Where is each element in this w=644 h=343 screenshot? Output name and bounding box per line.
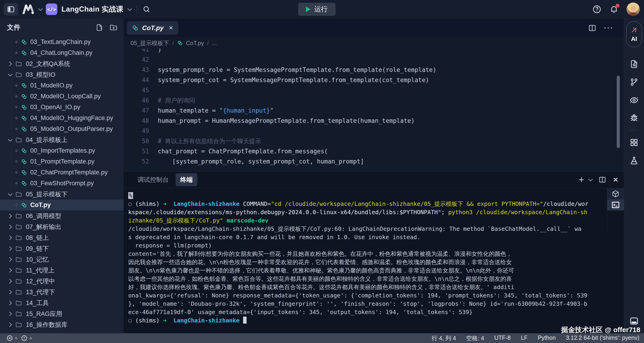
tree-item-label: 15_RAG应用	[26, 310, 62, 318]
tree-folder-12_代理中[interactable]: 12_代理中	[0, 276, 124, 286]
split-terminal-button[interactable]	[599, 176, 606, 183]
avatar[interactable]	[626, 3, 640, 16]
tree-folder-15_RAG应用[interactable]: 15_RAG应用	[0, 308, 124, 319]
code-line-45[interactable]: 45	[124, 85, 624, 95]
tree-file-01_ModelIO.py[interactable]: 01_ModelIO.py	[0, 80, 124, 91]
code-line-51[interactable]: 51chat_prompt = ChatPromptTemplate.from_…	[124, 146, 624, 156]
code-line-50[interactable]: 50# 将以上所有信息结合为一个聊天提示	[124, 136, 624, 146]
code-line-48[interactable]: 48human_prompt = HumanMessagePromptTempl…	[124, 116, 624, 126]
status-encoding[interactable]: UTF-8	[494, 334, 511, 342]
code-line-41[interactable]: 41)	[124, 49, 624, 55]
tree-folder-11_代理上[interactable]: 11_代理上	[0, 265, 124, 276]
code-line-44[interactable]: 44system_prompt_cot = SystemMessagePromp…	[124, 75, 624, 85]
tree-file-01_PromptTemplate.py[interactable]: 01_PromptTemplate.py	[0, 156, 124, 167]
tree-folder-14_工具[interactable]: 14_工具	[0, 297, 124, 308]
code-line-43[interactable]: 43system_prompt_role = SystemMessageProm…	[124, 65, 624, 75]
grid-icon	[630, 138, 639, 147]
tree-folder-10_记忆[interactable]: 10_记忆	[0, 254, 124, 265]
tree-folder-05_提示模板下[interactable]: 05_提示模板下	[0, 189, 124, 200]
chevron-down-icon[interactable]	[128, 7, 132, 11]
tree-folder-07_解析输出[interactable]: 07_解析输出	[0, 221, 124, 232]
eye-button[interactable]	[629, 91, 639, 109]
new-terminal-button[interactable]	[578, 176, 585, 183]
tree-file-02_ChatPromptTemplate.py[interactable]: 02_ChatPromptTemplate.py	[0, 167, 124, 178]
status-indentation[interactable]: 空格: 4	[466, 334, 484, 342]
tree-folder-16_操作数据库[interactable]: 16_操作数据库	[0, 319, 124, 330]
tree-file-05_ModelIO_OutputParser.py[interactable]: 05_ModelIO_OutputParser.py	[0, 124, 124, 134]
tree-folder-09_链下[interactable]: 09_链下	[0, 243, 124, 254]
breadcrumb: 05_提示模板下 / CoT.py / ...	[124, 38, 631, 49]
terminal-icon	[612, 201, 620, 209]
tree-folder-02_文档QA系统[interactable]: 02_文档QA系统	[0, 58, 124, 69]
run-button[interactable]: 运行	[298, 3, 336, 16]
tree-file-00_ImportTemplates.py[interactable]: 00_ImportTemplates.py	[0, 145, 124, 156]
tree-file-CoT.py[interactable]: CoT.py	[0, 200, 124, 210]
vertical-scrollbar[interactable]	[617, 76, 620, 148]
code-editor[interactable]: 41)4243system_prompt_role = SystemMessag…	[124, 49, 624, 190]
tree-file-03_TextLangChain.py[interactable]: 03_TextLangChain.py	[0, 37, 124, 48]
tree-file-03_OpenAI_IO.py[interactable]: 03_OpenAI_IO.py	[0, 102, 124, 113]
chevron-down-icon[interactable]	[38, 7, 43, 11]
grid-button[interactable]	[629, 133, 639, 152]
search-button[interactable]	[142, 5, 151, 14]
close-icon[interactable]: ✕	[169, 25, 173, 31]
terminal-line-16: ○ (shims) ➜ LangChain-shizhanke	[128, 316, 624, 325]
panel-tab-调试控制台[interactable]: 调试控制台	[133, 173, 173, 186]
tree-folder-13_代理下[interactable]: 13_代理下	[0, 286, 124, 297]
tree-folder-08_链上[interactable]: 08_链上	[0, 232, 124, 243]
tree-file-04_ChatLongChain.py[interactable]: 04_ChatLongChain.py	[0, 48, 124, 58]
breadcrumb-file[interactable]: CoT.py	[186, 40, 204, 47]
folder-icon	[15, 71, 22, 78]
file-status-dot	[15, 84, 18, 87]
help-button[interactable]	[592, 5, 602, 14]
code-line-52[interactable]: 52 [system_prompt_role, system_prompt_co…	[124, 156, 624, 167]
tree-item-label: 05_提示模板下	[26, 190, 68, 198]
new-file-button[interactable]	[96, 23, 103, 32]
code-line-47[interactable]: 47human_template = "{human_input}"	[124, 106, 624, 116]
indent-guide	[11, 37, 11, 48]
new-folder-button[interactable]	[109, 23, 118, 32]
status-eol[interactable]: LF	[521, 334, 528, 342]
folder-icon	[15, 299, 22, 306]
problems-button[interactable]: 0 0	[6, 335, 32, 341]
tree-folder-04_提示模板上[interactable]: 04_提示模板上	[0, 134, 124, 145]
tree-item-label: 02_ChatPromptTemplate.py	[30, 169, 108, 176]
project-title[interactable]: LangChain 实战课	[62, 5, 124, 14]
breadcrumb-more[interactable]: ...	[212, 40, 217, 47]
more-actions-button[interactable]: ···	[604, 24, 614, 32]
close-panel-button[interactable]: ✕	[613, 176, 618, 184]
flask-button[interactable]	[629, 152, 639, 170]
tree-folder-06_调用模型[interactable]: 06_调用模型	[0, 210, 124, 221]
code-line-49[interactable]: 49	[124, 126, 624, 136]
terminal-session[interactable]	[607, 199, 624, 210]
tree-file-03_FewShotPrompt.py[interactable]: 03_FewShotPrompt.py	[0, 178, 124, 189]
file-search-button[interactable]	[629, 55, 639, 73]
marscode-logo[interactable]	[22, 5, 34, 14]
sidebar-toggle-button[interactable]	[4, 3, 18, 16]
git-branch-button[interactable]	[629, 73, 639, 91]
ai-assistant-button[interactable]: AI	[626, 21, 642, 47]
folder-icon	[15, 289, 22, 295]
tree-file-02_ModelIO_LoopCall.py[interactable]: 02_ModelIO_LoopCall.py	[0, 91, 124, 102]
tree-item-label: 16_操作数据库	[26, 320, 68, 329]
status-language-mode[interactable]: Python	[538, 334, 556, 342]
chevron-down-icon[interactable]	[588, 177, 593, 182]
tree-item-label: 09_链下	[26, 244, 49, 253]
bug-button[interactable]	[629, 109, 639, 127]
status-python-interpreter[interactable]: 3.12.2 64-bit ('shims': pyenv)	[566, 334, 640, 342]
status-cursor-position[interactable]: 行 4, 列 4	[432, 334, 456, 342]
explorer-title: 文件	[7, 23, 96, 32]
terminal-line-9: 因此我会推荐一些适合她的花。\n\n粉色玫瑰是一种非常受欢迎的花卉，它们代表着爱…	[128, 258, 624, 266]
split-editor-button[interactable]	[588, 24, 596, 32]
code-text: chat_prompt = ChatPromptTemplate.from_me…	[149, 146, 328, 156]
notifications-button[interactable]	[609, 5, 618, 14]
breadcrumb-folder[interactable]: 05_提示模板下	[130, 39, 169, 47]
code-line-46[interactable]: 46# 用户的询问	[124, 95, 624, 106]
tab-cot-py[interactable]: CoT.py ✕	[127, 21, 178, 35]
terminal-output[interactable]: %○ (shims) ➜ LangChain-shizhanke COMMAND…	[124, 188, 624, 325]
dev-environment-session[interactable]	[607, 188, 624, 199]
code-line-42[interactable]: 42	[124, 55, 624, 65]
panel-tab-终端[interactable]: 终端	[176, 173, 197, 186]
tree-file-04_ModelIO_HuggingFace.py[interactable]: 04_ModelIO_HuggingFace.py	[0, 113, 124, 124]
tree-folder-03_模型IO[interactable]: 03_模型IO	[0, 69, 124, 80]
